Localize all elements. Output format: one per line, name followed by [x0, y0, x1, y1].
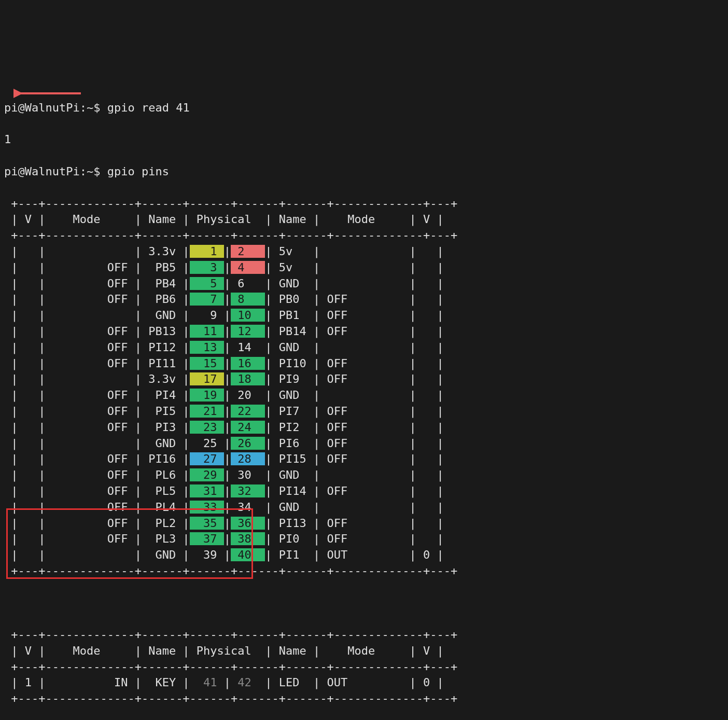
command-1: gpio read 41	[107, 101, 190, 114]
table-row: | | OFF | PI11 | 15 | 16 | PI10 | OFF | …	[4, 356, 724, 372]
table-row: | | OFF | PB6 | 7 | 8 | PB0 | OFF | |	[4, 292, 724, 308]
table-row: | | | GND | 25 | 26 | PI6 | OFF | |	[4, 436, 724, 452]
terminal-output: pi@WalnutPi:~$ gpio read 41 1 pi@WalnutP…	[4, 52, 724, 720]
output-1: 1	[4, 132, 724, 148]
table-row: | | OFF | PB13 | 11 | 12 | PB14 | OFF | …	[4, 324, 724, 340]
table-row: | | OFF | PB4 | 5 | 6 | GND | | |	[4, 276, 724, 292]
prompt-line-1: pi@WalnutPi:~$ gpio read 41	[4, 100, 724, 116]
table-row: | | OFF | PL6 | 29 | 30 | GND | | |	[4, 467, 724, 483]
prompt-line-2: pi@WalnutPi:~$ gpio pins	[4, 164, 724, 180]
gpio-pins-table: +---+-------------+------+------+------+…	[4, 196, 724, 579]
table-row: | | OFF | PL3 | 37 | 38 | PI0 | OFF | |	[4, 531, 724, 547]
prompt-user: pi@WalnutPi	[4, 101, 80, 114]
table-row: | | OFF | PL5 | 31 | 32 | PI14 | OFF | |	[4, 483, 724, 500]
table-row: | 1 | IN | KEY | 41 | 42 | LED | OUT | 0…	[4, 675, 724, 691]
table-row: | | OFF | PL4 | 33 | 34 | GND | | |	[4, 500, 724, 516]
command-2: gpio pins	[107, 165, 169, 178]
gpio-extra-table: +---+-------------+------+------+------+…	[4, 627, 724, 707]
table-row: | | | 3.3v | 17 | 18 | PI9 | OFF | |	[4, 371, 724, 387]
table-row: | | | 3.3v | 1 | 2 | 5v | | |	[4, 244, 724, 260]
table-row: | | | GND | 9 | 10 | PB1 | OFF | |	[4, 308, 724, 324]
table-row: | | OFF | PI12 | 13 | 14 | GND | | |	[4, 340, 724, 356]
table-row: | | OFF | PI3 | 23 | 24 | PI2 | OFF | |	[4, 420, 724, 436]
table-row: | | OFF | PI5 | 21 | 22 | PI7 | OFF | |	[4, 404, 724, 420]
table-row: | | OFF | PB5 | 3 | 4 | 5v | | |	[4, 260, 724, 276]
table-row: | | OFF | PI16 | 27 | 28 | PI15 | OFF | …	[4, 451, 724, 467]
table-row: | | OFF | PL2 | 35 | 36 | PI13 | OFF | |	[4, 516, 724, 532]
table-row: | | OFF | PI4 | 19 | 20 | GND | | |	[4, 387, 724, 404]
table-row: | | | GND | 39 | 40 | PI1 | OUT | 0 |	[4, 547, 724, 563]
